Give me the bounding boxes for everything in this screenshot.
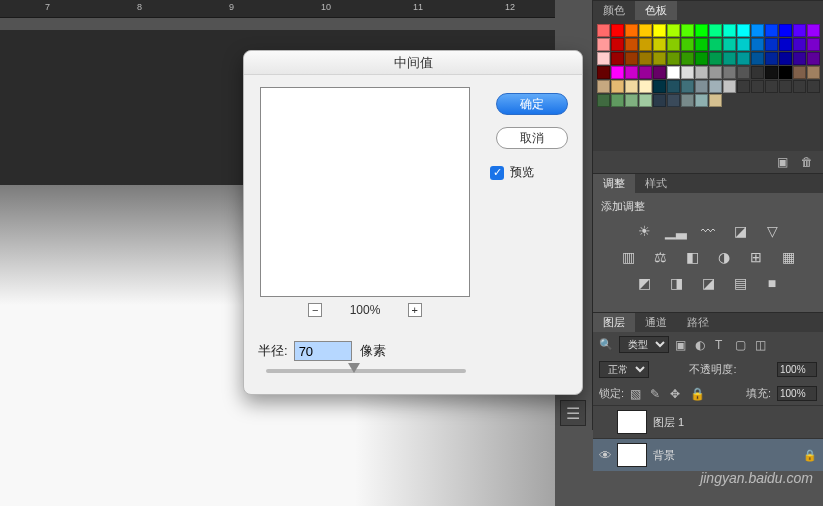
solid-icon[interactable]: ■ xyxy=(761,274,783,292)
filter-preview-box[interactable] xyxy=(260,87,470,297)
swatch[interactable] xyxy=(737,24,750,37)
brightness-icon[interactable]: ☀ xyxy=(633,222,655,240)
tab-layers[interactable]: 图层 xyxy=(593,313,635,332)
radius-input[interactable] xyxy=(294,341,352,361)
swatch[interactable] xyxy=(681,52,694,65)
photo-filter-icon[interactable]: ◑ xyxy=(713,248,735,266)
blend-mode-select[interactable]: 正常 xyxy=(599,361,649,378)
swatch[interactable] xyxy=(597,24,610,37)
layer-item[interactable]: 图层 1 xyxy=(593,405,823,438)
search-icon[interactable]: 🔍 xyxy=(599,338,613,351)
swatch[interactable] xyxy=(681,66,694,79)
channel-mixer-icon[interactable]: ◧ xyxy=(681,248,703,266)
cancel-button[interactable]: 取消 xyxy=(496,127,568,149)
swatch[interactable] xyxy=(765,52,778,65)
swatch[interactable] xyxy=(695,52,708,65)
swatch[interactable] xyxy=(779,24,792,37)
swatch[interactable] xyxy=(611,52,624,65)
lock-brush-icon[interactable]: ✎ xyxy=(650,387,664,401)
filter-image-icon[interactable]: ▣ xyxy=(675,338,689,352)
swatch[interactable] xyxy=(597,80,610,93)
swatch[interactable] xyxy=(779,52,792,65)
lock-transparency-icon[interactable]: ▧ xyxy=(630,387,644,401)
swatch[interactable] xyxy=(681,80,694,93)
lock-all-icon[interactable]: 🔒 xyxy=(690,387,704,401)
swatch[interactable] xyxy=(681,38,694,51)
swatch[interactable] xyxy=(709,66,722,79)
swatch[interactable] xyxy=(625,52,638,65)
swatch[interactable] xyxy=(765,24,778,37)
swatch[interactable] xyxy=(667,38,680,51)
swatch[interactable] xyxy=(597,38,610,51)
swatch[interactable] xyxy=(751,38,764,51)
swatch[interactable] xyxy=(793,24,806,37)
swatch[interactable] xyxy=(709,94,722,107)
swatch[interactable] xyxy=(611,66,624,79)
layer-item[interactable]: 👁 背景 🔒 xyxy=(593,438,823,471)
layer-thumbnail[interactable] xyxy=(617,443,647,467)
balance-icon[interactable]: ⚖ xyxy=(649,248,671,266)
swatch[interactable] xyxy=(653,80,666,93)
swatch[interactable] xyxy=(681,24,694,37)
swatch[interactable] xyxy=(709,24,722,37)
swatch[interactable] xyxy=(751,80,764,93)
delete-swatch-icon[interactable]: 🗑 xyxy=(801,155,815,169)
swatch[interactable] xyxy=(807,52,820,65)
layer-name[interactable]: 背景 xyxy=(653,448,675,463)
ok-button[interactable]: 确定 xyxy=(496,93,568,115)
swatch[interactable] xyxy=(709,80,722,93)
radius-slider[interactable] xyxy=(266,369,466,373)
swatch[interactable] xyxy=(639,52,652,65)
filter-type-icon[interactable]: T xyxy=(715,338,729,352)
swatch[interactable] xyxy=(723,66,736,79)
selective-color-icon[interactable]: ▤ xyxy=(729,274,751,292)
swatch[interactable] xyxy=(723,80,736,93)
swatch[interactable] xyxy=(667,24,680,37)
new-swatch-icon[interactable]: ▣ xyxy=(777,155,791,169)
swatch[interactable] xyxy=(695,94,708,107)
zoom-out-button[interactable]: − xyxy=(308,303,322,317)
invert-icon[interactable]: ◩ xyxy=(633,274,655,292)
swatch[interactable] xyxy=(597,52,610,65)
swatch[interactable] xyxy=(639,94,652,107)
swatch[interactable] xyxy=(793,80,806,93)
swatch[interactable] xyxy=(653,94,666,107)
swatch[interactable] xyxy=(793,38,806,51)
swatch[interactable] xyxy=(625,94,638,107)
color-lookup-icon[interactable]: ⊞ xyxy=(745,248,767,266)
swatch[interactable] xyxy=(597,66,610,79)
lock-position-icon[interactable]: ✥ xyxy=(670,387,684,401)
layer-name[interactable]: 图层 1 xyxy=(653,415,684,430)
swatch[interactable] xyxy=(695,38,708,51)
layer-thumbnail[interactable] xyxy=(617,410,647,434)
filter-shape-icon[interactable]: ▢ xyxy=(735,338,749,352)
swatch[interactable] xyxy=(709,52,722,65)
tab-paths[interactable]: 路径 xyxy=(677,313,719,332)
swatch[interactable] xyxy=(807,38,820,51)
fill-input[interactable] xyxy=(777,386,817,401)
zoom-in-button[interactable]: + xyxy=(408,303,422,317)
swatch[interactable] xyxy=(611,38,624,51)
swatch[interactable] xyxy=(625,66,638,79)
swatch[interactable] xyxy=(765,66,778,79)
swatch[interactable] xyxy=(807,80,820,93)
swatch[interactable] xyxy=(653,52,666,65)
opacity-input[interactable] xyxy=(777,362,817,377)
bw-icon[interactable]: ▥ xyxy=(617,248,639,266)
tab-adjustments[interactable]: 调整 xyxy=(593,174,635,193)
panel-flyout-icon[interactable]: ☰ xyxy=(560,400,586,426)
swatch[interactable] xyxy=(667,80,680,93)
checkbox-checked-icon[interactable]: ✓ xyxy=(490,166,504,180)
swatch[interactable] xyxy=(639,80,652,93)
swatch[interactable] xyxy=(723,38,736,51)
swatch[interactable] xyxy=(695,24,708,37)
tab-color[interactable]: 颜色 xyxy=(593,1,635,20)
swatch[interactable] xyxy=(625,24,638,37)
swatch[interactable] xyxy=(779,66,792,79)
swatch[interactable] xyxy=(667,94,680,107)
swatch[interactable] xyxy=(723,52,736,65)
swatch[interactable] xyxy=(751,66,764,79)
tab-channels[interactable]: 通道 xyxy=(635,313,677,332)
threshold-icon[interactable]: ◨ xyxy=(665,274,687,292)
swatch[interactable] xyxy=(611,80,624,93)
